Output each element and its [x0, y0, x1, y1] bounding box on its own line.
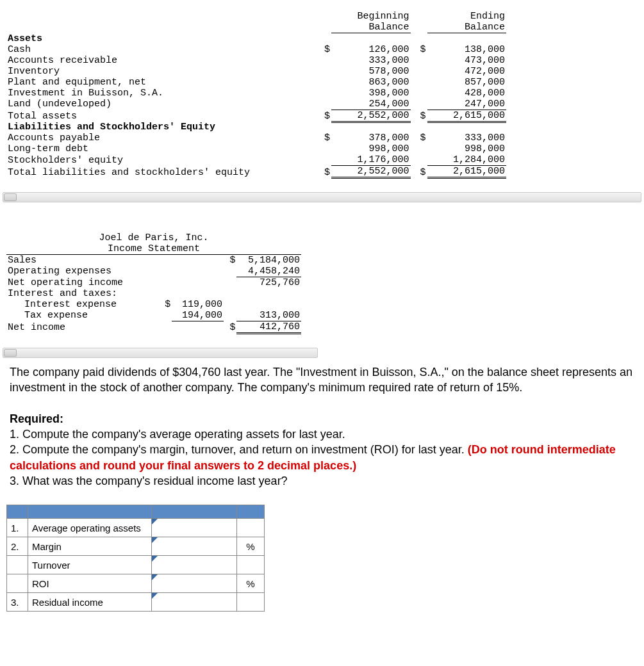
table-row: Inventory578,000472,000 [6, 66, 506, 77]
table-row: Long-term debt998,000998,000 [6, 143, 506, 154]
table-row: Interest expense$119,000 [6, 299, 301, 310]
net-income-row: Net income$412,760 [6, 321, 301, 334]
col-end-2: Balance [427, 22, 507, 33]
table-row: Accounts receivable333,000473,000 [6, 55, 506, 66]
input-avg-operating-assets[interactable] [152, 519, 237, 537]
liab-header: Liabilities and Stockholders' Equity [6, 122, 315, 133]
income-title-2: Income Statement [6, 243, 301, 255]
cell-marker-icon [152, 574, 158, 580]
input-roi[interactable] [152, 574, 237, 593]
table-row: Accounts payable$378,000$333,000 [6, 133, 506, 143]
answer-row-roi: ROI % [7, 574, 265, 593]
problem-narrative: The company paid dividends of $304,760 l… [0, 358, 644, 495]
cell-marker-icon [152, 593, 158, 599]
table-row: Tax expense194,000313,000 [6, 310, 301, 321]
income-statement: Joel de Paris, Inc. Income Statement Sal… [0, 222, 644, 345]
req-1: 1. Compute the company's average operati… [10, 426, 634, 442]
input-turnover[interactable] [152, 556, 237, 574]
col-begin-2: Balance [331, 22, 411, 33]
narrative-text: The company paid dividends of $304,760 l… [10, 364, 634, 396]
answer-grid: 1. Average operating assets 2. Margin % … [6, 505, 265, 612]
col-end-1: Ending [427, 11, 507, 22]
answer-row-turnover: Turnover [7, 556, 265, 574]
col-begin-1: Beginning [331, 11, 411, 22]
req-3: 3. What was the company's residual incom… [10, 473, 634, 489]
answer-row-avg-operating-assets: 1. Average operating assets [7, 519, 265, 537]
table-row: Operating expenses4,458,240 [6, 266, 301, 277]
answer-row-residual-income: 3. Residual income [7, 593, 265, 612]
input-margin[interactable] [152, 537, 237, 556]
cell-marker-icon [152, 537, 158, 543]
table-row: Sales$5,184,000 [6, 255, 301, 266]
total-liab-row: Total liabilities and stockholders' equi… [6, 166, 506, 178]
req-2: 2. Compute the company's margin, turnove… [10, 442, 634, 473]
cell-marker-icon [152, 556, 158, 562]
horizontal-scrollbar[interactable] [3, 192, 641, 202]
balance-sheet: BeginningEnding BalanceBalance Assets Ca… [0, 0, 644, 190]
table-row: Stockholders' equity1,176,0001,284,000 [6, 154, 506, 166]
table-row: Land (undeveloped)254,000247,000 [6, 99, 506, 110]
total-assets-row: Total assets$2,552,000$2,615,000 [6, 110, 506, 122]
answer-row-margin: 2. Margin % [7, 537, 265, 556]
income-title-1: Joel de Paris, Inc. [6, 232, 301, 243]
required-label: Required: [10, 412, 63, 425]
table-row: Plant and equipment, net863,000857,000 [6, 77, 506, 88]
assets-header: Assets [6, 33, 315, 44]
horizontal-scrollbar[interactable] [3, 348, 318, 358]
cell-marker-icon [152, 519, 158, 524]
table-row: Cash$126,000$138,000 [6, 44, 506, 55]
table-row: Investment in Buisson, S.A.398,000428,00… [6, 88, 506, 99]
table-row: Net operating income725,760 [6, 277, 301, 289]
table-row: Interest and taxes: [6, 288, 301, 299]
input-residual-income[interactable] [152, 593, 237, 612]
